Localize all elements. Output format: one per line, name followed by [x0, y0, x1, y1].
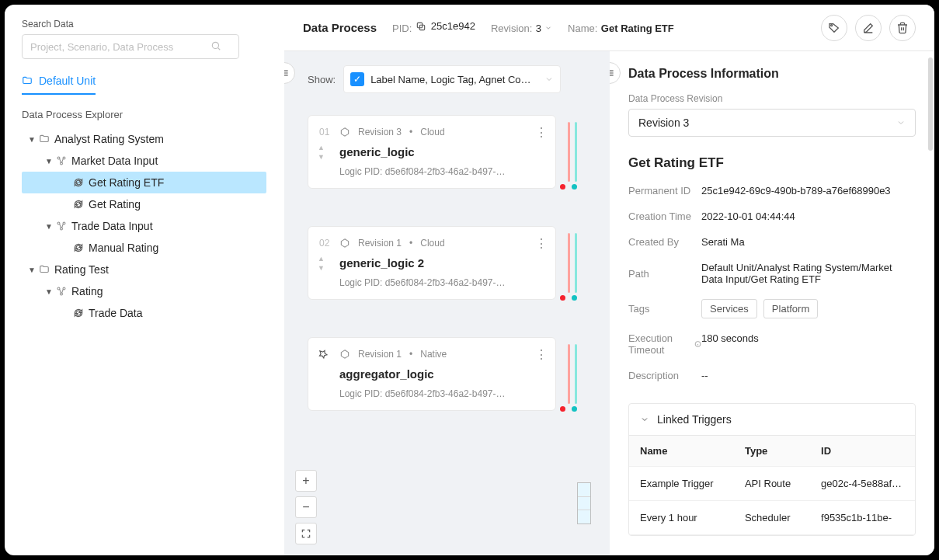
show-label: Show:	[308, 74, 336, 85]
tag-platform[interactable]: Platform	[763, 299, 818, 318]
card-ports	[568, 122, 577, 182]
collapse-sidebar-button[interactable]	[284, 62, 295, 84]
pid-label: PID:	[392, 23, 412, 34]
tree-item-label: Get Rating ETF	[89, 176, 164, 189]
svg-line-15	[60, 289, 61, 293]
caret-icon: ▼	[26, 135, 37, 144]
tree-item[interactable]: ▼Rating	[22, 280, 266, 302]
kv-description: Description --	[628, 370, 916, 381]
tree-item[interactable]: ▼Market Data Input	[22, 150, 266, 172]
card-title: generic_logic	[339, 145, 544, 158]
tree-item-label: Get Rating	[89, 198, 141, 210]
minimap[interactable]	[577, 482, 591, 524]
menu-icon	[284, 68, 290, 78]
node-icon	[54, 221, 68, 231]
card-title: generic_logic 2	[339, 256, 544, 270]
tree-item[interactable]: ▼Analyst Rating System	[22, 128, 266, 150]
unit-tab-label: Default Unit	[39, 75, 96, 87]
edit-icon	[862, 22, 875, 34]
svg-point-19	[831, 24, 833, 26]
fullscreen-button[interactable]	[295, 523, 317, 544]
copy-icon	[416, 21, 426, 32]
caret-icon: ▼	[43, 287, 54, 296]
card-index: 02	[319, 238, 332, 249]
svg-line-11	[62, 224, 64, 228]
delete-button[interactable]	[889, 15, 916, 41]
pid-value[interactable]: 25c1e942	[416, 20, 475, 32]
revision-label: Revision:	[491, 23, 532, 34]
scrollbar[interactable]	[928, 57, 933, 151]
card-port-dots	[560, 184, 577, 190]
tree-item[interactable]: Get Rating ETF	[22, 172, 266, 193]
folder-icon	[22, 75, 33, 86]
tree-item[interactable]: Trade Data	[22, 302, 266, 324]
tree: ▼Analyst Rating System▼Market Data Input…	[22, 128, 266, 324]
zoom-controls: + −	[295, 470, 317, 544]
card-menu-button[interactable]: ⋮	[535, 236, 548, 251]
show-select[interactable]: ✓ Label Name, Logic Tag, Agnet Co…	[343, 65, 561, 93]
logic-card[interactable]: 02Revision 1•Cloud▲▼generic_logic 2Logic…	[308, 226, 556, 300]
logic-card[interactable]: 01Revision 3•Cloud▲▼generic_logicLogic P…	[308, 115, 556, 189]
card-port-dots	[560, 406, 577, 412]
tree-item-label: Rating	[71, 285, 103, 297]
tag-icon	[828, 22, 840, 34]
tag-services[interactable]: Services	[701, 299, 757, 318]
hexagon-icon	[339, 238, 350, 249]
info-rev-label: Data Process Revision	[628, 93, 916, 104]
revision-select-value: Revision 3	[638, 117, 689, 129]
kv-permanent-id: Permanent ID 25c1e942-69c9-490b-b789-a76…	[628, 185, 916, 197]
card-subtitle: Logic PID: d5e6f084-2fb3-46a2-b497-…	[339, 166, 534, 177]
tree-item[interactable]: ▼Trade Data Input	[22, 215, 266, 237]
tree-item-label: Trade Data Input	[71, 220, 153, 232]
chevron-down-icon	[544, 75, 554, 84]
tree-item-label: Manual Rating	[89, 242, 158, 254]
pin-icon	[318, 349, 329, 360]
cycle-icon	[71, 242, 85, 253]
tag-button[interactable]	[821, 15, 847, 41]
reorder-arrows[interactable]: ▲▼	[318, 144, 325, 161]
search-box	[22, 34, 266, 59]
svg-line-16	[62, 289, 64, 293]
zoom-in-button[interactable]: +	[295, 470, 317, 492]
canvas[interactable]: Show: ✓ Label Name, Logic Tag, Agnet Co……	[284, 51, 610, 555]
tree-item-label: Rating Test	[54, 263, 109, 276]
table-row[interactable]: Example TriggerAPI Routege02c-4-5e88af…	[629, 467, 915, 501]
col-type: Type	[734, 436, 810, 467]
card-menu-button[interactable]: ⋮	[535, 347, 548, 362]
table-row[interactable]: Every 1 hourSchedulerf9535c1b-11be-	[629, 501, 915, 535]
zoom-out-button[interactable]: −	[295, 496, 317, 518]
tree-item[interactable]: Get Rating	[22, 193, 266, 215]
revision-dropdown[interactable]: 3	[536, 23, 552, 34]
triggers-table: Name Type ID Example TriggerAPI Routege0…	[629, 436, 915, 535]
info-title: Get Rating ETF	[628, 155, 916, 171]
hexagon-icon	[339, 349, 350, 360]
search-input[interactable]	[22, 34, 239, 59]
chevron-down-icon	[544, 24, 552, 32]
revision-group: Revision: 3	[491, 21, 552, 35]
unit-tab[interactable]: Default Unit	[22, 75, 96, 95]
hexagon-icon	[339, 127, 350, 137]
col-name: Name	[629, 436, 734, 467]
logic-card[interactable]: Revision 1•Nativeaggregator_logicLogic P…	[308, 337, 556, 411]
pid-group: PID: 25c1e942	[392, 20, 475, 35]
reorder-arrows[interactable]: ▲▼	[318, 255, 325, 272]
card-revision: Revision 1	[358, 238, 402, 249]
tree-item[interactable]: ▼Rating Test	[22, 259, 266, 280]
svg-line-10	[60, 224, 61, 228]
tree-item[interactable]: Manual Rating	[22, 237, 266, 259]
chevron-down-icon	[896, 118, 906, 127]
card-menu-button[interactable]: ⋮	[535, 125, 548, 140]
collapse-info-button[interactable]	[610, 62, 621, 84]
kv-path: Path Default Unit/Analyst Rating System/…	[628, 262, 916, 285]
edit-button[interactable]	[855, 15, 882, 41]
linked-triggers-header[interactable]: Linked Triggers	[629, 404, 915, 436]
trash-icon	[896, 22, 909, 34]
svg-line-1	[218, 48, 221, 50]
cycle-icon	[71, 177, 85, 188]
tree-item-label: Trade Data	[89, 307, 143, 319]
chevron-down-icon	[640, 415, 649, 424]
revision-select[interactable]: Revision 3	[628, 109, 916, 137]
folder-icon	[37, 134, 51, 144]
card-index: 01	[319, 127, 332, 137]
checkbox-checked-icon: ✓	[350, 72, 364, 86]
